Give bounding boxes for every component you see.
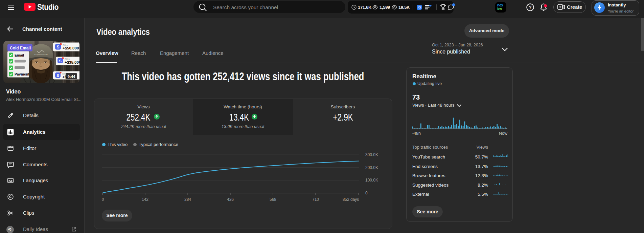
svg-text:+$35,000: +$35,000 [65,60,79,64]
svg-text:Payment: Payment [15,72,29,76]
svg-text:284: 284 [184,197,191,202]
svg-text:0: 0 [102,197,104,202]
svg-text:852 days: 852 days [343,197,359,202]
svg-text:142: 142 [142,197,148,202]
svg-text:S: S [59,59,62,63]
svg-text:426: 426 [227,197,234,202]
svg-text:S: S [56,73,59,78]
svg-text:ACQUISITION.COM: ACQUISITION.COM [34,54,48,56]
svg-text:9:44: 9:44 [67,75,75,79]
svg-text:S: S [56,45,59,49]
svg-text:+$50,000: +$50,000 [63,46,79,50]
svg-text:200.0K: 200.0K [365,165,378,170]
svg-text:300.0K: 300.0K [365,152,378,157]
svg-text:?: ? [529,5,532,10]
svg-text:0: 0 [365,191,368,195]
svg-text:Email: Email [15,53,24,57]
svg-text:710: 710 [312,197,319,202]
svg-text:100.0K: 100.0K [365,178,378,183]
svg-text:Cold Email: Cold Email [10,46,31,50]
svg-text:568: 568 [270,197,276,202]
